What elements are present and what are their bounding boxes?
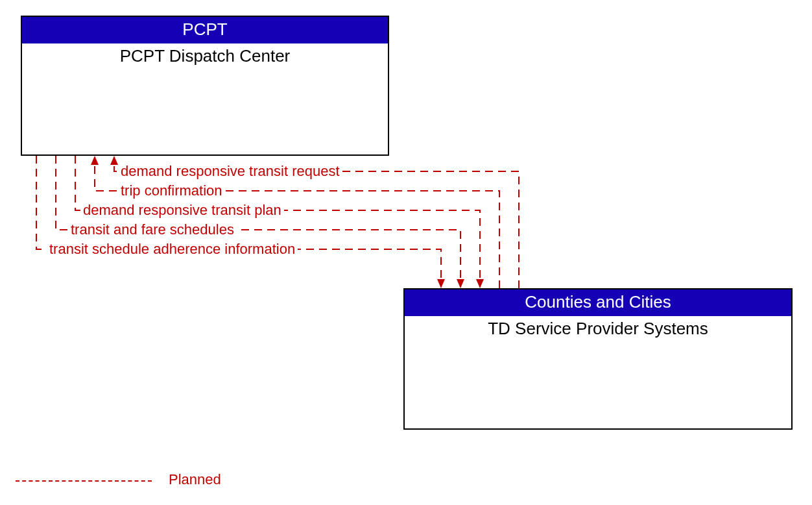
entity-header-pcpt: PCPT [22, 17, 388, 43]
legend-label-planned: Planned [169, 471, 221, 488]
entity-td-service-provider: Counties and Cities TD Service Provider … [403, 288, 793, 430]
svg-marker-4 [437, 279, 445, 288]
entity-pcpt-dispatch-center: PCPT PCPT Dispatch Center [21, 16, 389, 156]
flow-label-transit-fare-schedules: transit and fare schedules [68, 221, 237, 238]
flow-label-demand-responsive-request: demand responsive transit request [118, 163, 342, 180]
svg-marker-3 [457, 279, 464, 288]
svg-marker-0 [110, 156, 118, 165]
flow-label-demand-responsive-plan: demand responsive transit plan [80, 202, 284, 219]
entity-title-pcpt-dispatch: PCPT Dispatch Center [22, 43, 388, 66]
entity-title-td-service: TD Service Provider Systems [405, 316, 791, 339]
flow-label-trip-confirmation: trip confirmation [118, 182, 225, 199]
flow-label-schedule-adherence: transit schedule adherence information [47, 241, 298, 258]
svg-marker-2 [476, 279, 484, 288]
entity-header-counties-cities: Counties and Cities [405, 289, 791, 316]
legend-line-planned [16, 480, 152, 482]
svg-marker-1 [91, 156, 99, 165]
